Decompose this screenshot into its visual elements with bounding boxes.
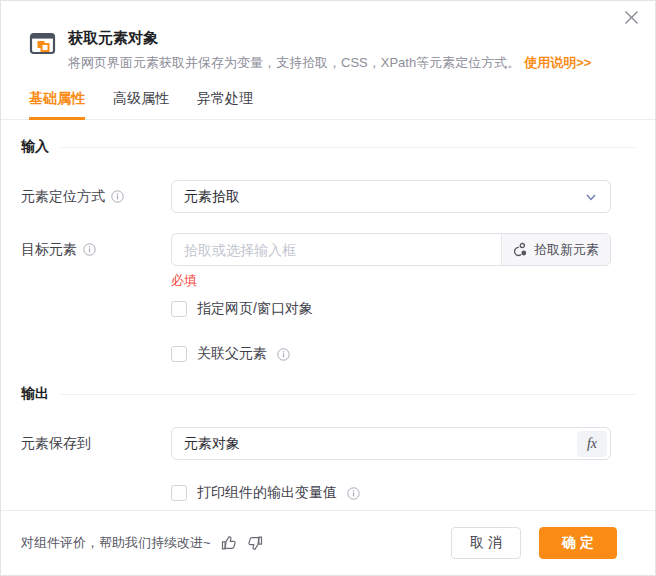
required-hint: 必填	[171, 272, 655, 290]
dialog-description: 将网页界面元素获取并保存为变量，支持拾取，CSS，XPath等元素定位方式。使用…	[68, 54, 591, 71]
pick-new-element-label: 拾取新元素	[534, 241, 599, 259]
print-output-checkbox-row: 打印组件的输出变量值	[171, 484, 655, 502]
info-icon[interactable]	[277, 348, 290, 361]
feedback-area: 对组件评价，帮助我们持续改进~	[21, 534, 263, 552]
save-to-input[interactable]	[172, 428, 577, 459]
section-input: 输入	[21, 138, 635, 156]
print-output-checkbox[interactable]	[171, 485, 187, 501]
chevron-down-icon	[584, 190, 598, 204]
cancel-button[interactable]: 取 消	[451, 527, 521, 559]
section-divider	[61, 147, 635, 148]
section-output-title: 输出	[21, 385, 49, 403]
thumbs-down-icon[interactable]	[247, 535, 263, 551]
thumbs-up-icon[interactable]	[221, 535, 237, 551]
row-target-element: 目标元素 拾取新元素	[1, 233, 655, 266]
dialog-title: 获取元素对象	[68, 29, 591, 47]
locate-method-label-text: 元素定位方式	[21, 188, 105, 206]
specify-window-checkbox-row: 指定网页/窗口对象	[171, 300, 655, 318]
help-link[interactable]: 使用说明>>	[524, 55, 591, 70]
description-text: 将网页界面元素获取并保存为变量，支持拾取，CSS，XPath等元素定位方式。	[68, 55, 520, 70]
locate-method-value: 元素拾取	[184, 188, 240, 206]
pick-new-element-button[interactable]: 拾取新元素	[501, 234, 610, 265]
locate-method-select[interactable]: 元素拾取	[171, 180, 611, 213]
info-icon[interactable]	[83, 243, 96, 256]
row-save-to: 元素保存到 fx	[1, 427, 655, 460]
print-output-label: 打印组件的输出变量值	[197, 484, 337, 502]
close-icon[interactable]	[621, 7, 641, 27]
confirm-button[interactable]: 确 定	[539, 527, 617, 559]
element-picker-icon	[513, 242, 528, 257]
target-element-label: 目标元素	[21, 241, 171, 259]
locate-method-label: 元素定位方式	[21, 188, 171, 206]
get-element-dialog: 获取元素对象 将网页界面元素获取并保存为变量，支持拾取，CSS，XPath等元素…	[0, 0, 656, 576]
save-to-label-text: 元素保存到	[21, 435, 91, 453]
parent-element-checkbox[interactable]	[171, 346, 187, 362]
tab-advanced-properties[interactable]: 高级属性	[113, 84, 169, 120]
section-input-title: 输入	[21, 138, 49, 156]
section-divider	[61, 394, 635, 395]
section-output: 输出	[21, 385, 635, 403]
fx-button[interactable]: fx	[577, 431, 607, 457]
dialog-footer: 对组件评价，帮助我们持续改进~ 取 消 确 定	[1, 510, 655, 575]
info-icon[interactable]	[347, 487, 360, 500]
feedback-text: 对组件评价，帮助我们持续改进~	[21, 534, 211, 552]
component-window-icon	[29, 30, 56, 71]
save-to-input-group: fx	[171, 427, 611, 460]
info-icon[interactable]	[111, 190, 124, 203]
parent-element-checkbox-row: 关联父元素	[171, 345, 655, 363]
tab-exception-handling[interactable]: 异常处理	[197, 84, 253, 120]
specify-window-label: 指定网页/窗口对象	[197, 300, 313, 318]
target-element-input-group: 拾取新元素	[171, 233, 611, 266]
tab-basic-properties[interactable]: 基础属性	[29, 84, 85, 120]
specify-window-checkbox[interactable]	[171, 301, 187, 317]
target-element-input[interactable]	[172, 234, 501, 265]
tab-bar: 基础属性 高级属性 异常处理	[1, 84, 655, 120]
target-element-label-text: 目标元素	[21, 241, 77, 259]
parent-element-label: 关联父元素	[197, 345, 267, 363]
footer-buttons: 取 消 确 定	[451, 527, 617, 559]
save-to-label: 元素保存到	[21, 435, 171, 453]
row-locate-method: 元素定位方式 元素拾取	[1, 180, 655, 213]
dialog-header: 获取元素对象 将网页界面元素获取并保存为变量，支持拾取，CSS，XPath等元素…	[1, 1, 655, 71]
header-texts: 获取元素对象 将网页界面元素获取并保存为变量，支持拾取，CSS，XPath等元素…	[68, 29, 591, 71]
